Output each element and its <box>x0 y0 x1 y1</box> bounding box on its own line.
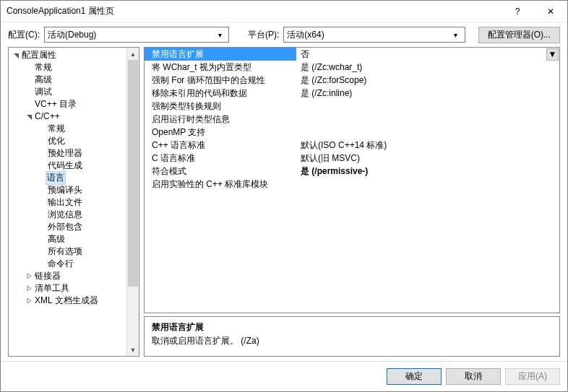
help-icon: ? <box>515 6 520 17</box>
tree-item-label: 语言 <box>46 171 66 185</box>
tree-item[interactable]: XML 文档生成器 <box>9 295 126 307</box>
content-area: 配置属性常规高级调试VC++ 目录C/C++常规优化预处理器代码生成语言预编译头… <box>1 47 567 361</box>
expander-closed-icon[interactable] <box>25 297 33 304</box>
property-tree[interactable]: 配置属性常规高级调试VC++ 目录C/C++常规优化预处理器代码生成语言预编译头… <box>9 48 126 356</box>
tree-item-label: C/C++ <box>33 110 61 123</box>
property-row[interactable]: 将 WChar_t 视为内置类型是 (/Zc:wchar_t) <box>145 61 559 74</box>
chevron-down-icon: ▾ <box>214 31 225 39</box>
close-button[interactable]: ✕ <box>534 1 567 22</box>
tree-item-label: 链接器 <box>33 270 62 282</box>
tree-item[interactable]: 高级 <box>9 74 126 86</box>
tree-item[interactable]: 所有选项 <box>9 245 126 258</box>
property-row[interactable]: 强制 For 循环范围中的合规性是 (/Zc:forScope) <box>145 74 559 87</box>
property-row[interactable]: OpenMP 支持 <box>145 126 559 139</box>
property-value[interactable]: 是 (/Zc:inline) <box>296 87 559 100</box>
tree-item-label: XML 文档生成器 <box>33 295 100 307</box>
property-name: 将 WChar_t 视为内置类型 <box>145 61 296 74</box>
scroll-up-icon[interactable]: ▲ <box>127 48 139 60</box>
expander-closed-icon[interactable] <box>25 285 33 292</box>
tree-item[interactable]: 优化 <box>9 135 126 147</box>
tree-item[interactable]: 浏览信息 <box>9 209 126 221</box>
tree-item[interactable]: 配置属性 <box>9 49 126 61</box>
chevron-down-icon: ▾ <box>450 31 462 39</box>
property-value[interactable] <box>296 113 559 126</box>
tree-item[interactable]: 常规 <box>9 123 126 135</box>
tree-item-label: 命令行 <box>46 258 75 270</box>
platform-label: 平台(P): <box>248 29 279 41</box>
property-grid[interactable]: 禁用语言扩展否▼将 WChar_t 视为内置类型是 (/Zc:wchar_t)强… <box>144 47 560 313</box>
scroll-track[interactable] <box>127 60 139 344</box>
titlebar: ConsoleApplication1 属性页 ? ✕ <box>1 1 567 22</box>
tree-item[interactable]: 外部包含 <box>9 221 126 233</box>
property-row[interactable]: 禁用语言扩展否▼ <box>145 48 559 61</box>
cancel-button[interactable]: 取消 <box>446 368 501 385</box>
tree-item-label: 预处理器 <box>46 147 84 160</box>
tree-scrollbar[interactable]: ▲ ▼ <box>126 48 139 356</box>
property-value[interactable]: 是 (/Zc:wchar_t) <box>296 61 559 74</box>
property-name: 移除未引用的代码和数据 <box>145 87 296 100</box>
property-name: 符合模式 <box>145 165 296 178</box>
tree-item[interactable]: 清单工具 <box>9 282 126 295</box>
config-select[interactable]: 活动(Debug) ▾ <box>44 27 229 43</box>
tree-item[interactable]: 高级 <box>9 233 126 245</box>
dropdown-button[interactable]: ▼ <box>546 48 559 61</box>
tree-item-label: 优化 <box>46 135 66 147</box>
tree-item[interactable]: C/C++ <box>9 110 126 123</box>
expander-open-icon[interactable] <box>25 113 33 120</box>
chevron-down-icon: ▼ <box>548 48 557 61</box>
property-value[interactable] <box>296 178 559 191</box>
help-button[interactable]: ? <box>501 1 534 22</box>
property-row[interactable]: 符合模式是 (/permissive-) <box>145 165 559 178</box>
property-value[interactable]: 默认(旧 MSVC) <box>296 152 559 165</box>
property-row[interactable]: C 语言标准默认(旧 MSVC) <box>145 152 559 165</box>
tree-item-label: 高级 <box>33 74 53 86</box>
property-row[interactable]: 启用实验性的 C++ 标准库模块 <box>145 178 559 191</box>
tree-item[interactable]: 预处理器 <box>9 147 126 160</box>
property-value[interactable] <box>296 126 559 139</box>
property-row[interactable]: C++ 语言标准默认(ISO C++14 标准) <box>145 139 559 152</box>
tree-item-label: 外部包含 <box>46 221 84 233</box>
right-pane: 禁用语言扩展否▼将 WChar_t 视为内置类型是 (/Zc:wchar_t)强… <box>144 47 560 357</box>
property-value[interactable] <box>296 100 559 113</box>
tree-item-label: 配置属性 <box>20 49 58 61</box>
tree-item[interactable]: 命令行 <box>9 258 126 270</box>
expander-open-icon[interactable] <box>12 52 20 58</box>
config-manager-button[interactable]: 配置管理器(O)... <box>478 27 560 43</box>
property-value[interactable]: 默认(ISO C++14 标准) <box>296 139 559 152</box>
property-value[interactable]: 是 (/Zc:forScope) <box>296 74 559 87</box>
description-body: 取消或启用语言扩展。 (/Za) <box>152 335 552 347</box>
property-name: 强制类型转换规则 <box>145 100 296 113</box>
platform-select-value: 活动(x64) <box>287 29 449 41</box>
property-row[interactable]: 移除未引用的代码和数据是 (/Zc:inline) <box>145 87 559 100</box>
property-value[interactable]: 否▼ <box>296 48 559 61</box>
tree-item[interactable]: VC++ 目录 <box>9 98 126 110</box>
window-title: ConsoleApplication1 属性页 <box>7 5 501 17</box>
property-row[interactable]: 启用运行时类型信息 <box>145 113 559 126</box>
tree-item[interactable]: 代码生成 <box>9 160 126 172</box>
config-label: 配置(C): <box>8 29 40 41</box>
platform-select[interactable]: 活动(x64) ▾ <box>283 27 465 43</box>
tree-item-label: 所有选项 <box>46 245 84 258</box>
description-pane: 禁用语言扩展 取消或启用语言扩展。 (/Za) <box>144 316 560 357</box>
scroll-thumb[interactable] <box>128 60 138 287</box>
tree-item-label: 常规 <box>33 61 53 74</box>
property-name: 启用运行时类型信息 <box>145 113 296 126</box>
ok-button[interactable]: 确定 <box>387 368 442 385</box>
property-pages-dialog: ConsoleApplication1 属性页 ? ✕ 配置(C): 活动(De… <box>0 0 568 392</box>
apply-button[interactable]: 应用(A) <box>505 368 560 385</box>
property-name: 禁用语言扩展 <box>145 48 296 61</box>
property-row[interactable]: 强制类型转换规则 <box>145 100 559 113</box>
tree-item[interactable]: 链接器 <box>9 270 126 282</box>
tree-item[interactable]: 预编译头 <box>9 184 126 196</box>
tree-item-label: 预编译头 <box>46 184 84 196</box>
property-name: OpenMP 支持 <box>145 126 296 139</box>
tree-item[interactable]: 语言 <box>9 172 126 184</box>
scroll-down-icon[interactable]: ▼ <box>127 344 139 356</box>
tree-item[interactable]: 常规 <box>9 61 126 74</box>
property-value[interactable]: 是 (/permissive-) <box>296 165 559 178</box>
property-name: 强制 For 循环范围中的合规性 <box>145 74 296 87</box>
tree-item[interactable]: 输出文件 <box>9 196 126 209</box>
property-name: 启用实验性的 C++ 标准库模块 <box>145 178 296 191</box>
tree-item[interactable]: 调试 <box>9 86 126 98</box>
expander-closed-icon[interactable] <box>25 273 33 279</box>
